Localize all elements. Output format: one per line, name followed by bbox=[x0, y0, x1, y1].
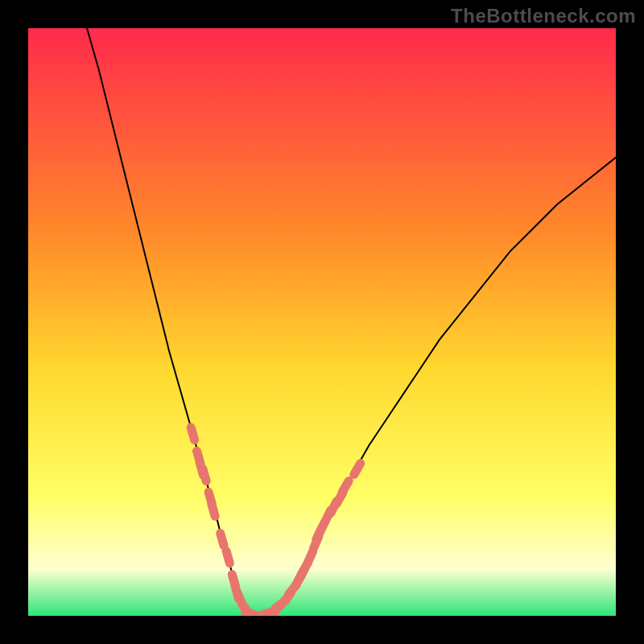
marker-point bbox=[342, 481, 349, 493]
plot-area bbox=[28, 28, 616, 616]
chart-svg bbox=[28, 28, 616, 616]
marker-point bbox=[212, 504, 215, 516]
marker-point bbox=[308, 551, 312, 564]
watermark-text: TheBottleneck.com bbox=[451, 5, 636, 27]
marker-point bbox=[354, 464, 361, 475]
marker-point bbox=[221, 533, 224, 545]
marker-point bbox=[191, 427, 194, 440]
marker-point bbox=[203, 469, 206, 481]
chart-frame: TheBottleneck.com bbox=[0, 0, 644, 644]
marker-point bbox=[226, 551, 229, 563]
